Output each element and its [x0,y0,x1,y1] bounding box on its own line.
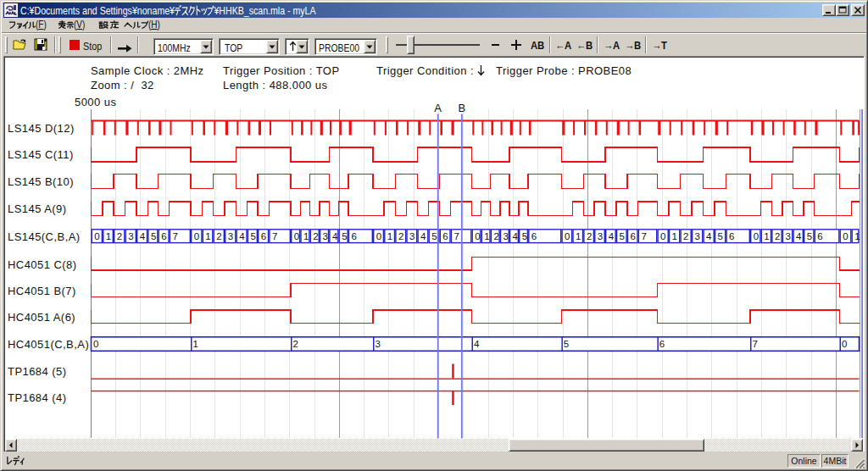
svg-text:A: A [434,102,442,114]
svg-text:6: 6 [729,231,734,241]
svg-text:HC4051 A(6): HC4051 A(6) [8,311,75,324]
svg-text:4: 4 [706,231,712,241]
svg-text:5: 5 [807,231,812,241]
svg-text:5000 us: 5000 us [75,96,116,108]
svg-text:2: 2 [117,231,122,241]
svg-text:4: 4 [332,231,338,241]
svg-text:5: 5 [718,231,723,241]
svg-text:2: 2 [493,231,498,241]
svg-text:1: 1 [106,231,111,241]
svg-text:0: 0 [475,231,480,241]
svg-text:6: 6 [161,231,166,241]
svg-text:6: 6 [351,231,356,241]
svg-text:LS145(C,B,A): LS145(C,B,A) [8,230,81,243]
svg-text:4: 4 [796,231,802,241]
svg-text:2: 2 [398,231,403,241]
svg-text:0: 0 [843,231,848,241]
svg-text:HC4051 B(7): HC4051 B(7) [8,285,76,297]
svg-text:3: 3 [598,231,603,241]
svg-text:6: 6 [531,231,537,241]
svg-text:1: 1 [576,231,581,241]
svg-text:TP1684 (5): TP1684 (5) [8,365,67,378]
svg-text:7: 7 [453,231,459,241]
svg-text:4: 4 [609,231,615,241]
svg-text:6: 6 [630,231,635,241]
svg-text:TP1684 (4): TP1684 (4) [8,391,67,404]
svg-text:4: 4 [239,231,245,241]
svg-text:2: 2 [216,231,221,241]
svg-text:2: 2 [313,231,318,241]
svg-text:4: 4 [513,231,519,241]
svg-text:LS145 B(10): LS145 B(10) [8,175,74,188]
svg-text:6: 6 [659,339,665,349]
svg-text:HC4051(C,B,A): HC4051(C,B,A) [8,338,89,351]
svg-text:3: 3 [323,231,328,241]
svg-text:4: 4 [140,231,146,241]
svg-text:4: 4 [420,231,426,241]
svg-text:LS145 D(12): LS145 D(12) [8,122,75,135]
svg-text:5: 5 [431,231,437,241]
svg-text:3: 3 [503,231,508,241]
svg-text:1: 1 [672,231,677,241]
svg-text:Trigger Position : TOP: Trigger Position : TOP [223,64,340,77]
svg-text:Trigger Condition :: Trigger Condition : [376,64,477,77]
svg-text:LS145 A(9): LS145 A(9) [8,202,67,215]
svg-text:B: B [458,102,465,114]
svg-text:7: 7 [272,231,277,241]
svg-text:5: 5 [342,231,347,241]
svg-text:2: 2 [587,231,592,241]
svg-text:0: 0 [294,231,299,241]
svg-text:2: 2 [292,339,298,349]
svg-text:0: 0 [93,339,98,349]
svg-text:7: 7 [172,231,177,241]
svg-text:Trigger Probe : PROBE08: Trigger Probe : PROBE08 [496,64,632,77]
svg-text:3: 3 [695,231,700,241]
svg-text:0: 0 [842,339,847,349]
svg-text:HC4051 C(8): HC4051 C(8) [8,258,77,271]
svg-text:0: 0 [376,231,381,241]
svg-text:1: 1 [854,231,860,241]
svg-text:0: 0 [94,231,99,241]
svg-text:3: 3 [785,231,790,241]
svg-text:3: 3 [128,231,133,241]
svg-text:0: 0 [194,231,199,241]
svg-text:0: 0 [565,231,570,241]
svg-text:1: 1 [484,231,489,241]
svg-text:6: 6 [442,231,448,241]
svg-text:6: 6 [261,231,266,241]
svg-text:Sample Clock : 2MHz: Sample Clock : 2MHz [91,64,204,77]
svg-text:6: 6 [817,231,822,241]
svg-text:7: 7 [641,231,646,241]
svg-text:Zoom : / 32: Zoom : / 32 [91,79,154,91]
svg-text:0: 0 [660,231,665,241]
svg-text:LS145 C(11): LS145 C(11) [8,148,74,161]
svg-text:3: 3 [409,231,415,241]
svg-text:2: 2 [775,231,780,241]
svg-text:1: 1 [205,231,210,241]
svg-text:2: 2 [683,231,688,241]
svg-text:0: 0 [754,231,759,241]
svg-text:7: 7 [752,339,757,349]
svg-text:1: 1 [303,231,309,241]
svg-text:1: 1 [764,231,769,241]
svg-text:5: 5 [250,231,255,241]
svg-text:5: 5 [151,231,156,241]
svg-text:Length : 488.000 us: Length : 488.000 us [223,79,328,91]
svg-text:1: 1 [192,339,198,349]
svg-text:3: 3 [228,231,233,241]
svg-text:1: 1 [387,231,392,241]
svg-text:4: 4 [474,339,480,349]
svg-text:5: 5 [522,231,527,241]
svg-text:5: 5 [620,231,625,241]
svg-text:5: 5 [564,339,569,349]
svg-text:3: 3 [375,339,380,349]
